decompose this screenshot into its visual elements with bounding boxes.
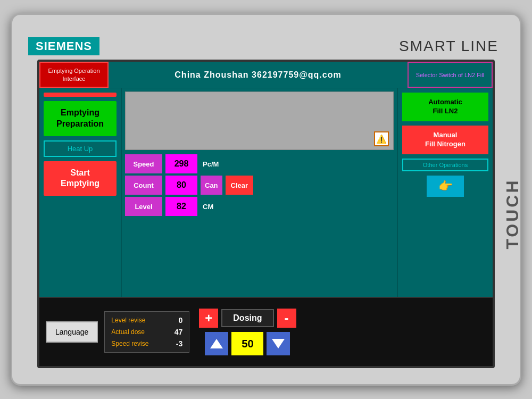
bottom-panel: Language Level revise 0 Actual dose 47 S…	[39, 297, 493, 366]
language-button[interactable]: Language	[46, 321, 98, 343]
siemens-logo: SIEMENS	[28, 37, 99, 55]
touch-label: TOUCH	[503, 178, 522, 249]
actual-dose-value: 47	[167, 328, 182, 336]
heat-up-button[interactable]: Heat Up	[44, 140, 117, 157]
screen-container: Emptying Operation Interface China Zhous…	[37, 60, 495, 368]
count-label: Count	[125, 176, 162, 195]
red-bar	[44, 93, 117, 97]
clear-button[interactable]: Clear	[226, 176, 254, 195]
count-value: 80	[165, 176, 197, 195]
level-value: 82	[165, 197, 197, 216]
up-arrow-icon	[210, 339, 223, 348]
device-outer: SIEMENS SMART LINE Emptying Operation In…	[11, 13, 521, 386]
dosing-value: 50	[231, 332, 263, 355]
speed-revise-row: Speed revise -3	[111, 339, 182, 348]
down-arrow-button[interactable]	[267, 332, 290, 355]
emptying-prep-button[interactable]: Emptying Preparation	[44, 101, 117, 136]
plus-button[interactable]: +	[199, 309, 218, 328]
level-revise-row: Level revise 0	[111, 316, 182, 325]
auto-fill-button[interactable]: Automatic Fill LN2	[402, 93, 488, 121]
display-area: ⚠️	[125, 92, 394, 150]
actual-dose-row: Actual dose 47	[111, 328, 182, 336]
level-row: Level 82 CM	[125, 197, 394, 216]
screen-body: Emptying Preparation Heat Up Start Empty…	[39, 88, 493, 297]
start-emptying-button[interactable]: Start Emptying	[44, 161, 117, 196]
speed-revise-value: -3	[167, 339, 182, 348]
top-bar: SIEMENS SMART LINE	[12, 31, 520, 60]
middle-panel: ⚠️ Speed 298 Pc/M Count 80 Can Clear	[122, 88, 397, 297]
dosing-top: + Dosing -	[199, 309, 296, 328]
level-revise-value: 0	[167, 316, 182, 325]
minus-button[interactable]: -	[277, 309, 296, 328]
emptying-op-label: Emptying Operation Interface	[39, 62, 109, 88]
manual-fill-button[interactable]: Manual Fill Nitrogen	[402, 126, 488, 154]
speed-revise-label: Speed revise	[111, 340, 148, 347]
screen-header: Emptying Operation Interface China Zhous…	[39, 62, 493, 88]
other-ops-label: Other Operations	[402, 159, 488, 171]
level-unit: CM	[201, 202, 215, 212]
count-row: Count 80 Can Clear	[125, 176, 394, 195]
right-panel: Automatic Fill LN2 Manual Fill Nitrogen …	[397, 88, 493, 297]
china-zhoushan-label: China Zhoushan 362197759@qq.com	[109, 62, 408, 88]
left-panel: Emptying Preparation Heat Up Start Empty…	[39, 88, 122, 297]
speed-unit: Pc/M	[201, 159, 221, 169]
down-arrow-icon	[272, 339, 285, 348]
level-revise-label: Level revise	[111, 317, 145, 324]
can-label: Can	[201, 176, 222, 195]
speed-value: 298	[165, 154, 197, 173]
hand-pointer-button[interactable]: 👉	[427, 176, 464, 197]
actual-dose-label: Actual dose	[111, 328, 145, 336]
level-label: Level	[125, 197, 162, 216]
warning-icon: ⚠️	[374, 131, 389, 146]
selector-switch-label: Selector Switch of LN2 Fill	[408, 62, 493, 88]
speed-row: Speed 298 Pc/M	[125, 154, 394, 173]
up-arrow-button[interactable]	[205, 332, 228, 355]
dosing-bottom: 50	[205, 332, 290, 355]
dosing-label[interactable]: Dosing	[221, 309, 273, 327]
revise-box: Level revise 0 Actual dose 47 Speed revi…	[104, 311, 189, 353]
dosing-controls: + Dosing - 50	[199, 309, 296, 355]
smart-line-text: SMART LINE	[399, 38, 498, 55]
speed-label: Speed	[125, 154, 162, 173]
